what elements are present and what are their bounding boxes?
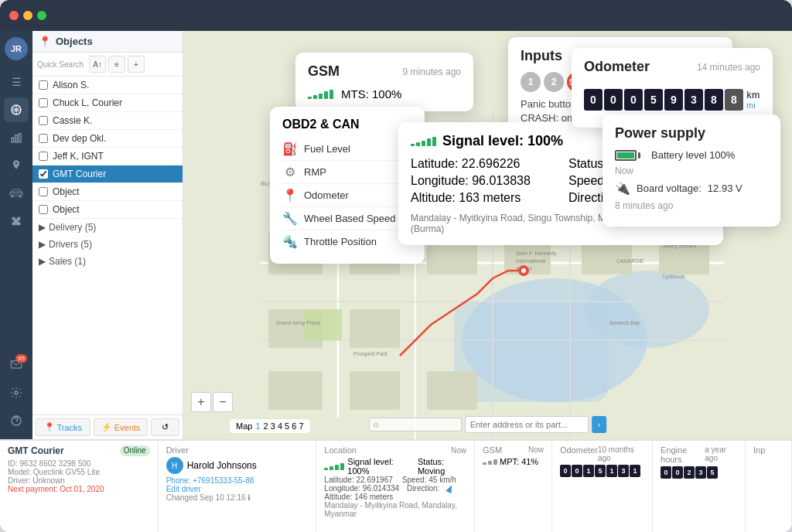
odometer-card-title: Odometer [584,59,650,75]
sidebar-item-location[interactable] [4,153,29,178]
svg-point-53 [521,268,526,273]
item-checkbox[interactable] [39,98,48,107]
gsm-status-bars [483,459,497,465]
svg-rect-4 [19,134,21,142]
digit-4: 9 [664,89,683,111]
digit-3: 5 [644,89,663,111]
svg-text:CANARSIE: CANARSIE [616,258,644,264]
zoom-in-button[interactable]: + [191,392,211,412]
list-item[interactable]: Object [32,183,183,201]
board-voltage-label: Board voltage: [637,182,702,194]
board-voltage-value: 12.93 V [708,182,742,194]
objects-header: 📍 Objects [32,31,183,53]
refresh-button[interactable]: ↺ [151,418,179,436]
svg-rect-32 [427,371,477,410]
item-checkbox[interactable] [39,205,48,214]
odometer-card-header: Odometer 14 minutes ago [584,59,760,75]
list-item[interactable]: Cassie K. [32,112,183,130]
group-item[interactable]: ▶Delivery (5) [32,219,183,236]
address-search-input[interactable] [465,416,589,433]
sidebar-item-hamburger[interactable]: ☰ [4,70,29,94]
avatar[interactable]: JR [5,37,28,60]
map-search-area: ⊙ › [369,416,607,433]
sidebar-item-help[interactable] [4,408,29,433]
events-button[interactable]: ⚡Events [94,418,148,436]
obd-item-wheel-speed: 🔧 Wheel Based Speed [282,207,412,230]
page-num[interactable]: 1 [255,421,260,431]
obd-item-throttle: 🔩 Throttle Position [282,230,412,253]
item-checkbox[interactable] [39,80,48,90]
digit-6: 8 [705,89,723,111]
input-dot-2: 2 [544,72,564,92]
voltage-icon: 🔌 [615,181,630,196]
list-item[interactable]: Dev dep Okl. [32,130,183,148]
tracks-button[interactable]: 📍Tracks [36,418,90,436]
altitude-field: Altitude: 163 meters [411,191,553,205]
maximize-button[interactable] [37,11,46,20]
svg-point-6 [19,196,22,198]
item-checkbox[interactable] [39,187,48,196]
status-item-gmt: GMT Courier Online ID: 9632 8602 3298 50… [0,441,159,532]
sidebar-item-chart[interactable] [4,125,29,150]
svg-rect-29 [350,309,400,348]
obd-item-fuel: ⛽ Fuel Level [282,138,412,161]
status-item-location: Location Now Signal level: 100% Status: … [316,441,475,532]
item-checkbox[interactable] [39,116,48,125]
objects-navigation-icon: 📍 [39,36,51,47]
sort-az-button[interactable]: A↑ [89,56,106,73]
svg-rect-3 [15,135,18,142]
status-item-header: GMT Courier Online [8,445,150,456]
status-badge-online: Online [120,445,150,456]
status-bar: GMT Courier Online ID: 9632 8602 3298 50… [0,439,792,532]
map-page-controls: Map 1 2 3 4 5 6 7 [230,419,310,433]
power-card-header: Power supply [615,125,768,142]
gsm-card-time: 9 minutes ago [403,66,461,77]
svg-rect-30 [268,371,323,410]
digit-0: 0 [584,89,603,111]
sidebar-item-globe[interactable] [4,97,29,122]
message-badge: 95 [15,354,27,363]
fuel-icon: ⛽ [282,142,298,156]
digit-5: 3 [684,89,703,111]
status-item-inp: Inp [746,441,792,532]
odometer-card-time: 14 minutes ago [697,62,760,73]
obd-item-rmp: ⚙ RMP [282,161,412,184]
sidebar-item-puzzle[interactable] [4,209,29,234]
filter-button[interactable]: ≡ [108,56,125,73]
gsm-card-title: GSM [308,63,340,80]
svg-text:Prospect Park: Prospect Park [353,351,387,357]
sidebar-item-car[interactable] [4,181,29,206]
map-area[interactable]: BROOKLYN Grand Army Plaza Prospect Park … [183,31,792,439]
status-item-driver: Driver H Harold Johnsons Phone: +7691533… [159,441,317,532]
obd-item-odometer: 📍 Odometer [282,184,412,207]
item-checkbox[interactable] [39,152,48,161]
item-checkbox[interactable] [39,169,48,179]
add-button[interactable]: + [128,56,145,73]
sidebar-item-message[interactable]: 95 [4,353,29,377]
item-checkbox[interactable] [39,134,48,143]
list-item[interactable]: Object [32,201,183,219]
power-time-ago: 8 minutes ago [615,200,768,211]
zoom-out-button[interactable]: − [213,392,233,412]
obd-card-title: OBD2 & CAN [282,118,412,131]
battery-icon [615,150,640,161]
search-submit-button[interactable]: › [592,416,607,433]
objects-title: Objects [56,36,93,47]
location-signal-row: Signal level: 100% [411,133,563,149]
group-item[interactable]: ▶Drivers (5) [32,236,183,253]
odometer-icon: 📍 [282,188,298,203]
inputs-card-title: Inputs [521,48,562,64]
list-item[interactable]: Alison S. [32,77,183,94]
svg-text:Jamaica Bay: Jamaica Bay [609,320,640,326]
sidebar-item-settings[interactable] [4,380,29,405]
status-signal-bars [324,463,344,470]
digit-1: 0 [604,89,623,111]
group-item[interactable]: ▶Sales (1) [32,253,183,270]
list-item[interactable]: Jeff K, IGNT [32,148,183,165]
sidebar: JR ☰ 95 [0,31,32,439]
list-item[interactable]: Chuck L, Courier [32,94,183,112]
minimize-button[interactable] [23,11,32,20]
close-button[interactable] [9,11,19,20]
list-item-selected[interactable]: GMT Courier [32,165,183,183]
status-item-gsm: GSM Now MPT: 41% [475,441,552,532]
